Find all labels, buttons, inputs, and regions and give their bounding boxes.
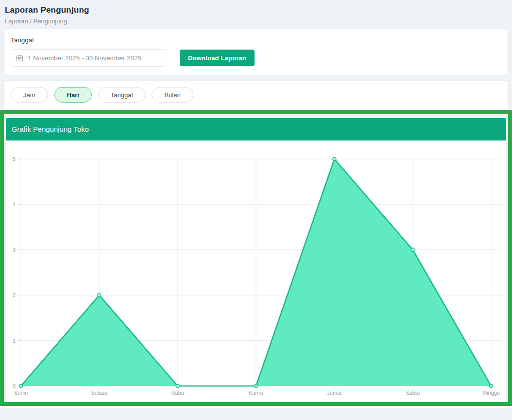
x-tick-label: Rabu (171, 390, 184, 396)
y-tick-label: 4 (13, 201, 16, 207)
x-tick-label: Sabtu (406, 390, 420, 396)
y-tick-label: 5 (13, 156, 16, 162)
date-range-input[interactable] (28, 54, 161, 62)
page-header: Laporan Pengunjung Laporan / Pengunjung (0, 0, 512, 29)
x-tick-label: Selasa (91, 390, 108, 396)
tab-jam[interactable]: Jam (11, 87, 48, 103)
chart-body: 012345SeninSelasaRabuKamisJumatSabtuMing… (6, 140, 506, 402)
y-tick-label: 0 (13, 383, 16, 389)
x-tick-label: Jumat (327, 390, 341, 396)
data-point (411, 248, 414, 251)
date-filter-label: Tanggal (11, 36, 501, 44)
y-tick-label: 2 (13, 292, 16, 298)
download-report-button[interactable]: Download Laporan (180, 50, 255, 66)
data-point (333, 158, 336, 161)
highlight-annotation-border: Grafik Pengunjung Toko 012345SeninSelasa… (0, 110, 512, 406)
y-tick-label: 1 (13, 338, 16, 344)
visitors-chart-card: Grafik Pengunjung Toko 012345SeninSelasa… (6, 118, 506, 402)
breadcrumb: Laporan / Pengunjung (5, 18, 507, 25)
date-range-picker[interactable] (11, 49, 166, 67)
data-point (98, 294, 101, 297)
page-title: Laporan Pengunjung (5, 5, 507, 15)
chart-card-header: Grafik Pengunjung Toko (6, 118, 506, 140)
calendar-icon (16, 54, 23, 62)
tab-hari[interactable]: Hari (54, 87, 92, 103)
granularity-tabs: Jam Hari Tanggal Bulan (4, 81, 508, 109)
data-point (19, 385, 23, 388)
date-filter-card: Tanggal Download Laporan (4, 29, 508, 75)
tab-tanggal[interactable]: Tanggal (98, 87, 146, 103)
x-tick-label: Kamis (249, 390, 264, 396)
x-tick-label: Minggu (482, 390, 500, 396)
data-point (255, 385, 258, 388)
data-point (490, 385, 493, 388)
tab-bulan[interactable]: Bulan (152, 87, 193, 103)
next-card-edge (0, 406, 512, 408)
data-point (176, 385, 179, 388)
visitors-area-chart[interactable]: 012345SeninSelasaRabuKamisJumatSabtuMing… (6, 140, 504, 402)
x-tick-label: Senin (14, 390, 28, 396)
y-tick-label: 3 (13, 247, 16, 253)
